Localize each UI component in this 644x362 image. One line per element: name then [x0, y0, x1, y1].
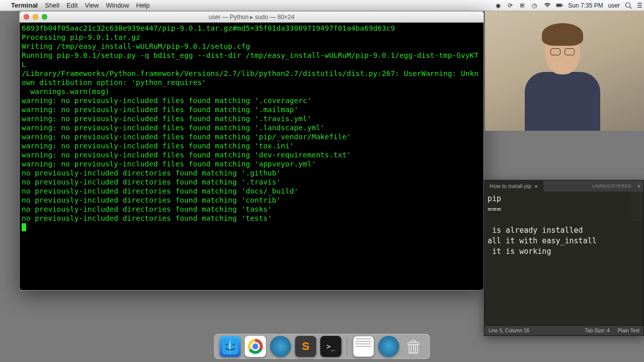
editor-tab[interactable]: How to install pip ●: [485, 180, 543, 192]
editor-content: pip === is already installed all it with…: [488, 194, 597, 256]
finder-icon[interactable]: [220, 336, 241, 357]
minimap[interactable]: [631, 192, 643, 222]
menu-help[interactable]: Help: [136, 2, 150, 9]
terminal-dock-icon[interactable]: >_: [320, 336, 342, 357]
terminal-output[interactable]: 6893fb04f05aac21c32c638e939e447/pip-9.0.…: [20, 23, 484, 290]
cursor-icon: [22, 223, 26, 231]
terminal-window: user — Python ▸ sudo — 80×24 6893fb04f05…: [19, 11, 484, 291]
menu-window[interactable]: Window: [106, 2, 129, 9]
trash-icon[interactable]: 🗑: [404, 336, 425, 357]
editor-body[interactable]: pip === is already installed all it with…: [485, 192, 643, 325]
terminal-title: user — Python ▸ sudo — 80×24: [20, 14, 484, 21]
svg-point-7: [233, 344, 234, 345]
unregistered-label: UNREGISTERED: [592, 184, 631, 189]
svg-line-4: [630, 7, 632, 9]
app-icon[interactable]: [270, 336, 291, 357]
svg-point-3: [626, 3, 630, 7]
editor-window: How to install pip ● UNREGISTERED ▾ pip …: [484, 180, 644, 336]
editor-statusbar: Line 5, Column 16 Tab Size: 4 Plain Text: [485, 325, 643, 335]
dock: S >_ 🗑: [214, 334, 430, 359]
menubar: Terminal Shell Edit View Window Help ◉ ⟳…: [0, 0, 644, 11]
menu-view[interactable]: View: [85, 2, 99, 9]
shield-icon[interactable]: ⛨: [520, 2, 527, 9]
menu-extras-icon[interactable]: ☰: [637, 2, 644, 9]
battery-icon[interactable]: [556, 3, 563, 8]
dropdown-icon[interactable]: ▾: [637, 183, 640, 190]
app-icon-2[interactable]: [378, 336, 399, 357]
active-app-name[interactable]: Terminal: [11, 2, 38, 9]
svg-point-6: [226, 344, 227, 345]
sublime-icon[interactable]: S: [295, 336, 316, 357]
user-name[interactable]: user: [608, 2, 620, 9]
editor-tabbar: How to install pip ● UNREGISTERED ▾: [485, 180, 643, 192]
svg-rect-2: [557, 4, 562, 6]
record-icon[interactable]: ◉: [496, 2, 503, 9]
clock[interactable]: Sun 7:35 PM: [568, 2, 603, 9]
editor-tab-label: How to install pip: [490, 183, 531, 189]
document-icon[interactable]: [353, 336, 374, 357]
dock-separator: [347, 337, 348, 356]
cursor-position[interactable]: Line 5, Column 16: [489, 328, 529, 333]
terminal-text: 6893fb04f05aac21c32c638e939e447/pip-9.0.…: [22, 24, 478, 222]
minimize-icon[interactable]: [33, 14, 38, 20]
terminal-titlebar[interactable]: user — Python ▸ sudo — 80×24: [20, 12, 484, 23]
menu-edit[interactable]: Edit: [66, 2, 77, 9]
sync-icon[interactable]: ⟳: [508, 2, 515, 9]
clock-small-icon[interactable]: ◷: [532, 2, 539, 9]
tab-size[interactable]: Tab Size: 4: [585, 328, 609, 333]
menu-shell[interactable]: Shell: [45, 2, 59, 9]
chrome-icon[interactable]: [245, 336, 266, 357]
svg-rect-1: [562, 5, 563, 6]
syntax-mode[interactable]: Plain Text: [618, 328, 639, 333]
spotlight-icon[interactable]: [625, 2, 632, 9]
modified-dot-icon: ●: [534, 183, 538, 189]
close-icon[interactable]: [24, 14, 29, 20]
zoom-icon[interactable]: [42, 14, 47, 20]
wifi-icon[interactable]: [544, 3, 551, 9]
webcam-feed: [485, 11, 644, 131]
